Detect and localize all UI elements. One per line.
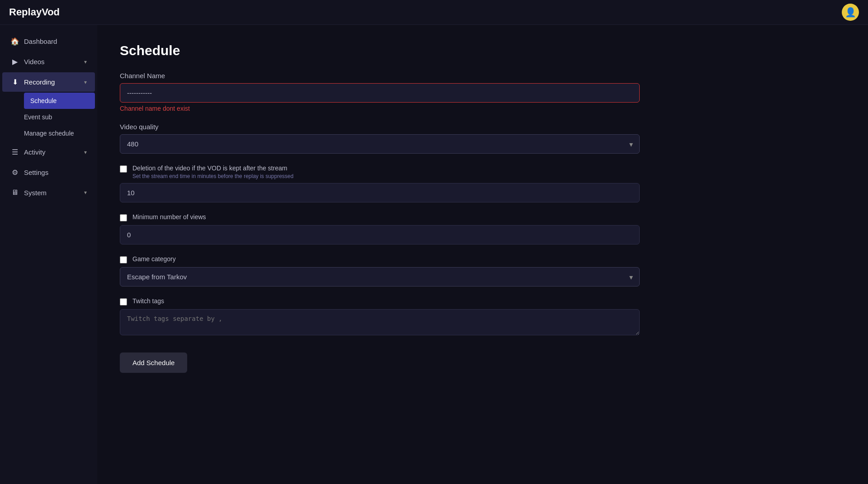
sidebar-item-label: Activity <box>24 148 80 156</box>
settings-icon: ⚙ <box>10 168 19 177</box>
game-category-select-wrapper: Escape from Tarkov Fortnite Minecraft Va… <box>120 267 640 287</box>
deletion-checkbox[interactable] <box>120 165 127 173</box>
sidebar-item-label: Recording <box>24 78 80 86</box>
deletion-value-input[interactable] <box>120 183 640 202</box>
schedule-form: Channel Name Channel name dont exist Vid… <box>120 72 640 373</box>
play-icon: ▶ <box>10 57 19 66</box>
min-views-checkbox-row: Minimum number of views <box>120 213 640 221</box>
channel-name-group: Channel Name Channel name dont exist <box>120 72 640 112</box>
channel-name-label: Channel Name <box>120 72 640 80</box>
twitch-tags-checkbox[interactable] <box>120 298 127 305</box>
game-category-checkbox[interactable] <box>120 256 127 263</box>
activity-icon: ☰ <box>10 148 19 156</box>
game-category-checkbox-label: Game category <box>132 255 176 263</box>
min-views-checkbox[interactable] <box>120 214 127 221</box>
sidebar-item-label: System <box>24 189 80 197</box>
main-layout: 🏠 Dashboard ▶ Videos ▾ ⬇ Recording ▾ Sch… <box>0 25 868 484</box>
sidebar-item-label: Videos <box>24 58 80 66</box>
game-category-select[interactable]: Escape from Tarkov Fortnite Minecraft Va… <box>120 267 640 287</box>
twitch-tags-input[interactable] <box>120 309 640 335</box>
sidebar: 🏠 Dashboard ▶ Videos ▾ ⬇ Recording ▾ Sch… <box>0 25 97 484</box>
topbar: ReplayVod 👤 <box>0 0 868 25</box>
sidebar-subitem-label: Schedule <box>30 97 57 104</box>
page-title: Schedule <box>120 43 845 58</box>
video-quality-select[interactable]: 480 720 1080 Best <box>120 134 640 154</box>
twitch-tags-group: Twitch tags <box>120 297 640 337</box>
sidebar-item-dashboard[interactable]: 🏠 Dashboard <box>2 32 95 51</box>
channel-name-error: Channel name dont exist <box>120 105 640 112</box>
user-avatar-button[interactable]: 👤 <box>842 4 859 21</box>
add-schedule-button[interactable]: Add Schedule <box>120 352 187 373</box>
sidebar-item-label: Dashboard <box>24 38 87 45</box>
avatar-icon: 👤 <box>845 7 856 18</box>
game-category-group: Game category Escape from Tarkov Fortnit… <box>120 255 640 287</box>
deletion-checkbox-text: Deletion of the video if the VOD is kept… <box>132 164 293 179</box>
sidebar-subitem-event-sub[interactable]: Event sub <box>24 109 95 125</box>
min-views-checkbox-label: Minimum number of views <box>132 213 206 221</box>
sidebar-item-label: Settings <box>24 169 87 176</box>
min-views-input[interactable] <box>120 225 640 244</box>
video-quality-label: Video quality <box>120 123 640 131</box>
sidebar-subitem-label: Manage schedule <box>24 130 74 137</box>
channel-name-input[interactable] <box>120 83 640 103</box>
deletion-checkbox-row: Deletion of the video if the VOD is kept… <box>120 164 640 179</box>
system-icon: 🖥 <box>10 188 19 197</box>
video-quality-select-wrapper: 480 720 1080 Best <box>120 134 640 154</box>
sidebar-item-system[interactable]: 🖥 System ▾ <box>2 183 95 202</box>
video-quality-group: Video quality 480 720 1080 Best <box>120 123 640 154</box>
chevron-down-icon: ▾ <box>84 149 87 155</box>
sidebar-item-activity[interactable]: ☰ Activity ▾ <box>2 142 95 162</box>
sidebar-item-recording[interactable]: ⬇ Recording ▾ <box>2 72 95 92</box>
twitch-tags-checkbox-label: Twitch tags <box>132 297 164 305</box>
sidebar-item-videos[interactable]: ▶ Videos ▾ <box>2 52 95 71</box>
chevron-down-icon: ▾ <box>84 59 87 65</box>
recording-submenu: Schedule Event sub Manage schedule <box>0 93 97 141</box>
home-icon: 🏠 <box>10 37 19 46</box>
sidebar-subitem-schedule[interactable]: Schedule <box>24 93 95 109</box>
deletion-checkbox-sublabel: Set the stream end time in minutes befor… <box>132 173 293 179</box>
download-icon: ⬇ <box>10 78 19 86</box>
game-category-checkbox-row: Game category <box>120 255 640 263</box>
deletion-group: Deletion of the video if the VOD is kept… <box>120 164 640 202</box>
sidebar-subitem-label: Event sub <box>24 113 52 121</box>
deletion-checkbox-label: Deletion of the video if the VOD is kept… <box>132 164 293 172</box>
sidebar-item-settings[interactable]: ⚙ Settings <box>2 163 95 182</box>
twitch-tags-checkbox-row: Twitch tags <box>120 297 640 305</box>
chevron-down-icon: ▾ <box>84 189 87 196</box>
main-content: Schedule Channel Name Channel name dont … <box>97 25 868 484</box>
sidebar-subitem-manage-schedule[interactable]: Manage schedule <box>24 125 95 141</box>
min-views-group: Minimum number of views <box>120 213 640 244</box>
app-logo: ReplayVod <box>9 6 60 18</box>
chevron-down-icon: ▾ <box>84 79 87 85</box>
